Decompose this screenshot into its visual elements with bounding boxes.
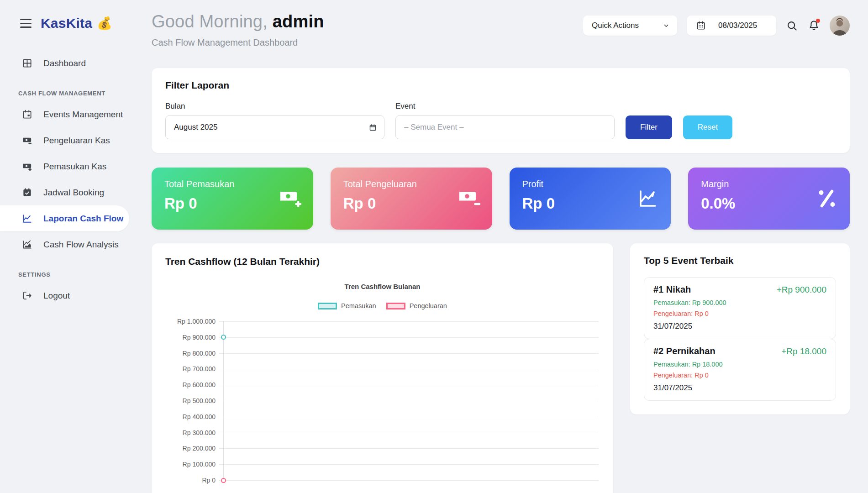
top-events-title: Top 5 Event Terbaik xyxy=(644,255,836,266)
calendar-icon xyxy=(22,109,32,120)
event-label: Event xyxy=(395,102,615,111)
event-name: #2 Pernikahan xyxy=(653,346,715,357)
money-bag-icon: 💰 xyxy=(97,16,112,31)
sidebar-item-label: Pengeluaran Kas xyxy=(43,136,110,146)
gridline xyxy=(219,353,599,354)
notifications-button[interactable] xyxy=(808,20,820,32)
filter-row: Bulan August 2025 Event Filter Reset xyxy=(165,102,836,139)
chevron-down-icon xyxy=(662,21,670,30)
gridline xyxy=(219,385,599,385)
calendar-icon xyxy=(696,21,706,31)
bulan-value: August 2025 xyxy=(174,123,217,132)
stat-card-margin: Margin 0.0% xyxy=(688,168,850,230)
page-subtitle: Cash Flow Management Dashboard xyxy=(152,37,324,48)
gridline xyxy=(219,321,599,322)
sidebar-section-header: SETTINGS xyxy=(0,271,137,278)
line-chart-icon xyxy=(22,213,32,224)
sidebar-item-laporan-cash-flow[interactable]: Laporan Cash Flow xyxy=(0,205,129,231)
sidebar-item-dashboard[interactable]: Dashboard xyxy=(0,50,137,76)
notification-dot xyxy=(816,19,820,23)
date-picker[interactable]: 08/03/2025 xyxy=(687,16,776,36)
event-item[interactable]: #2 Pernikahan +Rp 18.000 Pemasukan: Rp 1… xyxy=(644,339,836,401)
sidebar-item-label: Events Management xyxy=(43,110,123,120)
search-icon xyxy=(786,20,798,32)
y-axis-label: Rp 900.000 xyxy=(165,334,216,341)
app-layout: KasKita 💰 Dashboard CASH FLOW MANAGEMENT… xyxy=(0,0,868,493)
sidebar-item-pemasukan-kas[interactable]: Pemasukan Kas xyxy=(0,153,137,179)
filter-title: Filter Laporan xyxy=(165,80,836,91)
bulan-month-input[interactable]: August 2025 xyxy=(165,115,384,139)
user-avatar[interactable] xyxy=(830,16,850,36)
chart-legend: Pemasukan Pengeluaran xyxy=(165,302,600,309)
greeting-block: Good Morning, admin Cash Flow Management… xyxy=(152,12,324,48)
cashflow-chart-card: Tren Cashflow (12 Bulan Terakhir) Tren C… xyxy=(152,243,613,493)
event-income: Pemasukan: Rp 900.000 xyxy=(653,299,826,306)
event-date: 31/07/2025 xyxy=(653,383,826,393)
filter-panel: Filter Laporan Bulan August 2025 Event F… xyxy=(152,68,850,153)
bulan-label: Bulan xyxy=(165,102,384,111)
sidebar-item-logout[interactable]: Logout xyxy=(0,283,137,309)
sidebar-item-label: Pemasukan Kas xyxy=(43,162,106,172)
area-chart-icon xyxy=(22,239,32,250)
event-amount: +Rp 18.000 xyxy=(781,346,826,357)
legend-swatch-pengeluaran xyxy=(386,303,405,309)
gridline xyxy=(219,337,599,338)
event-field: Event xyxy=(395,102,615,139)
chart-title: Tren Cashflow Bulanan xyxy=(165,283,600,290)
gridline xyxy=(219,401,599,401)
y-axis-label: Rp 400.000 xyxy=(165,413,216,420)
calendar-icon xyxy=(369,124,377,131)
filter-button[interactable]: Filter xyxy=(626,115,672,139)
sidebar-item-cash-flow-analysis[interactable]: Cash Flow Analysis xyxy=(0,231,137,257)
gridline xyxy=(219,480,599,481)
date-value: 08/03/2025 xyxy=(718,21,757,30)
search-button[interactable] xyxy=(786,20,798,32)
hamburger-menu-icon[interactable] xyxy=(19,17,32,30)
sidebar-item-label: Cash Flow Analysis xyxy=(43,240,119,250)
gridline xyxy=(219,464,599,465)
gridline xyxy=(219,433,599,433)
app-logo: KasKita 💰 xyxy=(41,16,112,31)
sidebar-item-jadwal-booking[interactable]: Jadwal Booking xyxy=(0,179,137,205)
quick-actions-dropdown[interactable]: Quick Actions xyxy=(583,16,677,36)
banknote-plus-icon xyxy=(279,188,301,210)
reset-button[interactable]: Reset xyxy=(683,115,732,139)
username-text: admin xyxy=(273,12,324,31)
event-expense: Pengeluaran: Rp 0 xyxy=(653,310,826,317)
y-axis-line xyxy=(223,321,224,480)
event-name: #1 Nikah xyxy=(653,284,691,295)
user-avatar-image xyxy=(830,16,850,36)
event-select-input[interactable] xyxy=(395,115,615,139)
sidebar-item-pengeluaran-kas[interactable]: Pengeluaran Kas xyxy=(0,127,137,153)
gridline xyxy=(219,417,599,417)
data-point-pengeluaran[interactable] xyxy=(221,478,226,483)
top-events-panel: Top 5 Event Terbaik #1 Nikah +Rp 900.000… xyxy=(630,243,850,414)
banknote-plus-icon xyxy=(22,161,32,172)
sidebar-header: KasKita 💰 xyxy=(0,16,137,31)
data-point-pemasukan[interactable] xyxy=(221,335,226,340)
legend-item-pemasukan[interactable]: Pemasukan xyxy=(318,302,376,309)
event-item[interactable]: #1 Nikah +Rp 900.000 Pemasukan: Rp 900.0… xyxy=(644,277,836,339)
gridline xyxy=(219,448,599,449)
legend-item-pengeluaran[interactable]: Pengeluaran xyxy=(386,302,447,309)
legend-swatch-pemasukan xyxy=(318,303,337,309)
y-axis-label: Rp 1.000.000 xyxy=(165,318,216,325)
calendar-check-icon xyxy=(22,187,32,198)
y-axis-label: Rp 600.000 xyxy=(165,381,216,388)
quick-actions-label: Quick Actions xyxy=(592,21,639,30)
greeting-text: Good Morning, xyxy=(152,12,268,31)
sidebar-section-header: CASH FLOW MANAGEMENT xyxy=(0,90,137,97)
y-axis-label: Rp 300.000 xyxy=(165,429,216,436)
bottom-row: Tren Cashflow (12 Bulan Terakhir) Tren C… xyxy=(152,243,850,493)
cashflow-plot[interactable]: Rp 1.000.000Rp 900.000Rp 800.000Rp 700.0… xyxy=(165,321,600,488)
bulan-field: Bulan August 2025 xyxy=(165,102,384,139)
stats-row: Total Pemasukan Rp 0 Total Pengeluaran R… xyxy=(152,168,850,230)
y-axis-label: Rp 100.000 xyxy=(165,461,216,468)
sidebar-item-events-management[interactable]: Events Management xyxy=(0,101,137,127)
event-expense: Pengeluaran: Rp 0 xyxy=(653,372,826,379)
banknote-minus-icon xyxy=(458,188,480,210)
sidebar: KasKita 💰 Dashboard CASH FLOW MANAGEMENT… xyxy=(0,0,137,493)
top-events-list: #1 Nikah +Rp 900.000 Pemasukan: Rp 900.0… xyxy=(644,277,836,401)
sidebar-item-label: Jadwal Booking xyxy=(43,188,104,198)
banknote-minus-icon xyxy=(22,135,32,146)
